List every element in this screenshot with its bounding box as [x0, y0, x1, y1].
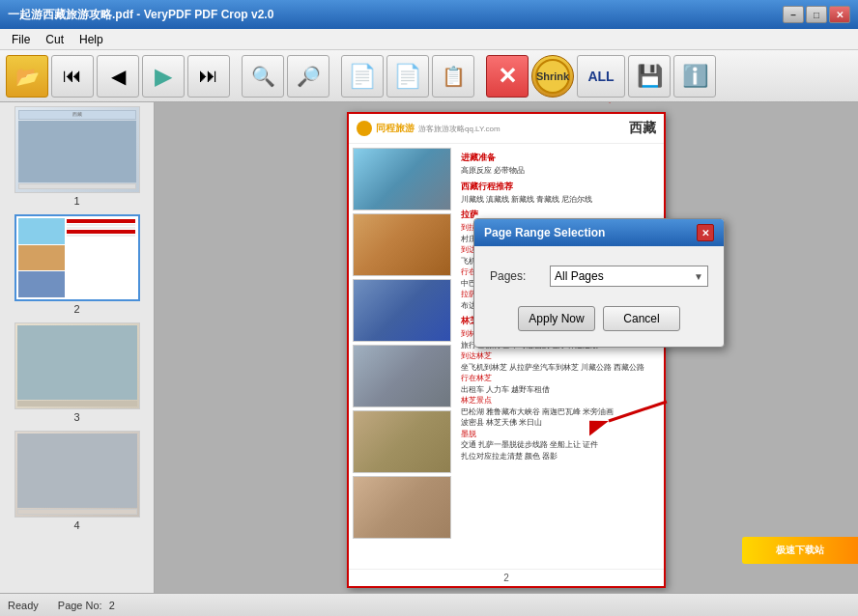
minimize-button[interactable]: – — [783, 6, 804, 23]
save-button[interactable]: 💾 — [628, 55, 671, 98]
menu-bar: File Cut Help — [0, 29, 858, 50]
zoom-out-icon: 🔎 — [297, 65, 321, 88]
prev-page-icon: ◀ — [111, 65, 126, 88]
copy-button[interactable]: 📋 — [432, 55, 474, 98]
ready-status: Ready — [8, 600, 39, 611]
thumbnail-4[interactable]: 4 — [4, 431, 150, 531]
open-icon: 📂 — [15, 65, 40, 88]
status-bar: Ready Page No: 2 — [0, 593, 858, 616]
thumbnail-1[interactable]: 西藏 1 — [4, 106, 150, 207]
main-area: 西藏 1 — [0, 102, 858, 593]
shrink-label: Shrink — [535, 59, 570, 94]
menu-file[interactable]: File — [4, 31, 38, 48]
info-button[interactable]: ℹ️ — [673, 55, 716, 98]
page-no-label: Page No: — [58, 600, 102, 611]
maximize-button[interactable]: □ — [806, 6, 827, 23]
title-bar: 一起游西藏旅游攻略.pdf - VeryPDF PDF Crop v2.0 – … — [0, 0, 858, 29]
window-controls: – □ ✕ — [783, 6, 850, 23]
dialog-title-text: Page Range Selection — [484, 226, 605, 239]
thumb-img-1: 西藏 — [14, 106, 140, 193]
shrink-button[interactable]: Shrink — [531, 55, 574, 98]
page-range-dialog: Page Range Selection ✕ Pages: All Pages … — [473, 218, 725, 348]
toolbar: 📂 ⏮ ◀ ▶ ⏭ 🔍 🔎 📄 📄 📋 ✕ Shrink ALL 💾 ℹ️ — [0, 50, 858, 102]
thumb-img-4 — [14, 431, 140, 518]
thumb-img-2 — [14, 214, 140, 301]
dialog-close-button[interactable]: ✕ — [697, 224, 714, 241]
page2-icon: 📄 — [393, 63, 422, 90]
play-icon: ▶ — [155, 63, 172, 90]
delete-icon: ✕ — [498, 63, 517, 90]
thumbnail-3[interactable]: 3 — [4, 322, 150, 423]
select-value: All Pages — [555, 269, 604, 283]
all-label: ALL — [587, 69, 614, 84]
menu-cut[interactable]: Cut — [38, 31, 72, 48]
thumb-label-1: 1 — [4, 195, 150, 207]
new-page-button[interactable]: 📄 — [341, 55, 384, 98]
dialog-body: Pages: All Pages ▼ Apply Now Cancel — [474, 246, 724, 347]
dialog-buttons: Apply Now Cancel — [490, 306, 708, 331]
watermark-text: 极速下载站 — [776, 544, 824, 557]
watermark: 极速下载站 — [742, 537, 858, 564]
apply-now-button[interactable]: Apply Now — [518, 306, 595, 331]
pages-label: Pages: — [490, 269, 538, 283]
prev-page-button[interactable]: ◀ — [97, 55, 139, 98]
arrow-to-all — [570, 102, 647, 115]
first-page-button[interactable]: ⏮ — [51, 55, 94, 98]
new-page-icon: 📄 — [348, 63, 377, 90]
zoom-in-icon: 🔍 — [251, 65, 275, 88]
last-page-icon: ⏭ — [199, 65, 218, 87]
dialog-title-bar: Page Range Selection ✕ — [474, 219, 724, 246]
zoom-out-button[interactable]: 🔎 — [287, 55, 329, 98]
menu-help[interactable]: Help — [72, 31, 111, 48]
thumbnail-2[interactable]: 2 — [4, 214, 150, 315]
thumb-label-3: 3 — [4, 411, 150, 423]
first-page-icon: ⏮ — [63, 65, 82, 87]
thumb-img-3 — [14, 322, 140, 409]
document-view: 同程旅游 游客旅游攻略qq.LY.com 西藏 进藏准备 高原反 — [155, 102, 858, 593]
info-icon: ℹ️ — [682, 64, 708, 89]
window-title: 一起游西藏旅游攻略.pdf - VeryPDF PDF Crop v2.0 — [8, 7, 273, 23]
thumb-label-2: 2 — [4, 303, 150, 315]
dialog-overlay: Page Range Selection ✕ Pages: All Pages … — [155, 102, 858, 593]
cancel-button[interactable]: Cancel — [603, 306, 680, 331]
page-no-value: 2 — [109, 600, 115, 611]
thumb-label-4: 4 — [4, 519, 150, 531]
open-button[interactable]: 📂 — [6, 55, 48, 98]
close-button[interactable]: ✕ — [829, 6, 850, 23]
copy-icon: 📋 — [442, 65, 466, 88]
page2-button[interactable]: 📄 — [386, 55, 429, 98]
last-page-button[interactable]: ⏭ — [187, 55, 230, 98]
chevron-down-icon: ▼ — [694, 271, 703, 282]
delete-button[interactable]: ✕ — [486, 55, 529, 98]
pages-row: Pages: All Pages ▼ — [490, 266, 708, 287]
all-button[interactable]: ALL — [577, 55, 625, 98]
pages-select[interactable]: All Pages ▼ — [550, 266, 708, 287]
thumbnail-panel: 西藏 1 — [0, 102, 155, 593]
play-button[interactable]: ▶ — [142, 55, 185, 98]
zoom-in-button[interactable]: 🔍 — [242, 55, 284, 98]
arrow-to-apply — [589, 373, 676, 453]
save-icon: 💾 — [637, 64, 663, 89]
page-no-display: Page No: 2 — [58, 600, 115, 611]
